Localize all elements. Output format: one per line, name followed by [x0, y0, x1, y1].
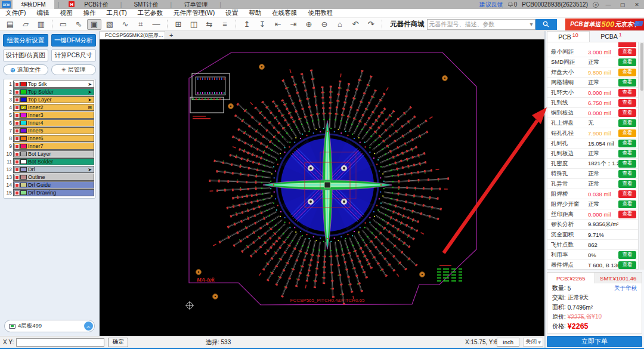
layer-visibility-toggle[interactable] — [15, 113, 19, 118]
layer-visibility-toggle[interactable] — [15, 168, 19, 172]
pcb-canvas[interactable]: MA-tekFCCSP565_PITCH0.4&PITCH0.65 — [100, 39, 544, 336]
tab-pcb-price[interactable]: PCB:¥2265 — [547, 273, 595, 283]
tab-pcb-pricing[interactable]: PCB计价 — [76, 0, 117, 9]
layer-manager-button[interactable]: ✳ 层管理 — [51, 64, 97, 75]
polygon-select-icon[interactable]: ▧ — [103, 19, 117, 30]
menu-item-0[interactable]: 文件(F) — [0, 9, 31, 17]
layer-row-drl-guide[interactable]: 14Drl Guide — [5, 181, 94, 189]
align-icon[interactable]: ◫ — [187, 19, 201, 30]
append-file-button[interactable]: ⊕ 追加文件 — [3, 64, 48, 75]
menu-item-6[interactable]: 元件库管理(W) — [168, 9, 220, 17]
layer-color-swatch[interactable] — [20, 190, 27, 195]
layer-visibility-toggle[interactable] — [15, 137, 19, 141]
export-icon[interactable]: ▥ — [34, 19, 48, 30]
layer-row-inner5[interactable]: 7Inner5 — [5, 127, 94, 134]
view-button[interactable]: 查看 — [618, 79, 636, 87]
menu-item-4[interactable]: 工具(T) — [101, 9, 132, 17]
layer-visibility-toggle[interactable] — [15, 144, 19, 149]
layer-color-swatch[interactable] — [20, 175, 27, 180]
tab-order-mgmt[interactable]: 订单管理 — [175, 0, 216, 9]
layer-color-swatch[interactable] — [20, 97, 27, 102]
analysis-scrollbar[interactable] — [640, 42, 644, 270]
menu-item-1[interactable]: 编辑 — [31, 9, 54, 17]
layer-color-swatch[interactable] — [20, 82, 27, 87]
collapse-up-button[interactable]: ︽ — [84, 322, 93, 331]
trace-icon[interactable]: ∿ — [118, 19, 132, 30]
minimize-button[interactable]: — — [603, 2, 613, 8]
layer-visibility-toggle[interactable] — [15, 183, 19, 187]
view-button[interactable]: 查看 — [618, 99, 636, 107]
layer-color-swatch[interactable] — [20, 159, 27, 164]
assembly-analysis-settings-button[interactable]: 组装分析设置 — [3, 34, 48, 47]
menu-item-7[interactable]: 设置 — [220, 9, 243, 17]
maximize-button[interactable]: ▢ — [618, 2, 627, 8]
menu-item-9[interactable]: 在线客服 — [267, 9, 302, 17]
layer-color-swatch[interactable]: ✓ — [20, 105, 27, 110]
swap-icon[interactable]: ⇆ — [202, 19, 216, 30]
xy-confirm-button[interactable]: 确定 — [108, 338, 128, 347]
view-button[interactable]: 查看 — [618, 190, 636, 198]
view-button[interactable]: 查看 — [618, 180, 636, 188]
one-click-dfm-button[interactable]: 一键DFM分析 — [51, 34, 97, 47]
view-button[interactable]: 查看 — [618, 69, 636, 76]
layer-color-swatch[interactable] — [20, 136, 27, 141]
layer-color-swatch[interactable] — [20, 113, 27, 118]
layer-color-swatch[interactable] — [20, 89, 27, 94]
fit-home-icon[interactable]: ⌂ — [333, 19, 347, 30]
tab-dfm[interactable]: 华秋DFM — [13, 0, 54, 9]
cursor-icon[interactable]: ➤ — [88, 97, 92, 103]
pad-left-icon[interactable]: ⇤ — [271, 19, 285, 30]
about-huaqiu-link[interactable]: 关于华秋 — [614, 285, 637, 292]
layer-tool-icon[interactable]: ≡ — [218, 19, 232, 30]
close-dropdown[interactable]: 关闭▾ — [523, 338, 543, 347]
cursor-icon[interactable]: ➤ — [88, 82, 92, 87]
layer-row-inner7[interactable]: 9Inner7 — [5, 143, 94, 150]
layer-row-drl[interactable]: 12Drl➤ — [5, 166, 94, 173]
scrollbar-thumb[interactable] — [640, 43, 643, 91]
view-button[interactable]: 查看 — [618, 140, 636, 147]
import-bottom-icon[interactable]: ↧ — [255, 19, 270, 30]
layer-row-outline[interactable]: 13Outline — [5, 174, 94, 181]
layer-row-top-layer[interactable]: 3Top Layer➤ — [5, 96, 94, 103]
tab-pcba-analysis[interactable]: PCBA1 — [590, 31, 633, 42]
zoom-out-icon[interactable]: ⊖ — [317, 19, 332, 30]
layer-visibility-toggle[interactable] — [15, 82, 19, 87]
unit-toggle-button[interactable]: Inch — [497, 338, 519, 347]
menu-item-3[interactable]: 操作 — [78, 9, 101, 17]
layer-visibility-toggle[interactable] — [15, 152, 19, 156]
view-button[interactable]: 查看 — [618, 89, 636, 97]
add-document-button[interactable]: + — [165, 31, 177, 39]
promo-banner[interactable]: PCB首单送 500 元京东卡 — [565, 18, 644, 30]
grid-icon[interactable]: ⊞ — [88, 105, 92, 110]
calc-pcb-size-button[interactable]: 计算PCB尺寸 — [51, 50, 97, 61]
layer-visibility-toggle[interactable] — [15, 90, 19, 94]
layer-row-bot-layer[interactable]: 10Bot Layer — [5, 150, 94, 157]
layer-row-top-silk[interactable]: 1Top Silk➤ — [5, 81, 94, 88]
view-button[interactable]: 查看 — [618, 58, 636, 66]
layer-color-swatch[interactable] — [20, 167, 27, 172]
menu-item-10[interactable]: 使用教程 — [302, 9, 338, 17]
layer-visibility-toggle[interactable] — [15, 121, 19, 125]
rect-select-icon[interactable]: ▣ — [87, 19, 101, 30]
tab-smt-pricing[interactable]: SMT计价 — [125, 0, 166, 9]
view-button[interactable]: 查看 — [618, 119, 636, 127]
view-button[interactable]: 查看 — [618, 200, 636, 208]
open-icon[interactable]: ▱ — [18, 19, 33, 30]
ruler-icon[interactable]: — — [149, 19, 163, 30]
view-button[interactable]: 查看 — [618, 170, 636, 178]
layer-visibility-toggle[interactable] — [15, 191, 19, 195]
layer-row-drl-drawing[interactable]: 15Drl Drawing — [5, 189, 94, 196]
design-simulation-button[interactable]: 设计图/仿真图 — [3, 50, 48, 61]
layer-visibility-toggle[interactable] — [15, 98, 19, 102]
panelize-icon[interactable]: ⊞ — [171, 19, 185, 30]
layer-color-swatch[interactable] — [20, 144, 27, 149]
layer-row-inner2[interactable]: 4✓Inner2⊞ — [5, 104, 94, 111]
close-button[interactable]: ✕ — [632, 2, 642, 8]
new-board-icon[interactable]: ▭ — [56, 19, 70, 30]
pad-right-icon[interactable]: ⇥ — [286, 19, 301, 30]
cursor-icon[interactable]: ➤ — [88, 89, 92, 95]
board-type-pill[interactable]: 4层板499 ︽ — [4, 320, 95, 332]
menu-item-5[interactable]: 工艺参数 — [132, 9, 168, 17]
view-button[interactable]: 查看 — [618, 251, 636, 259]
layer-color-swatch[interactable] — [20, 183, 27, 187]
